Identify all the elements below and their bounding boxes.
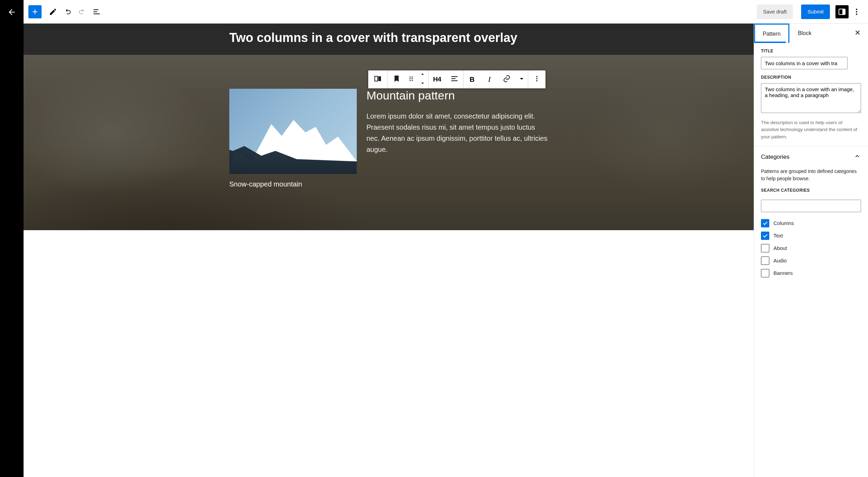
svg-point-3 <box>856 11 857 12</box>
svg-rect-6 <box>378 76 381 81</box>
description-input[interactable] <box>761 83 861 113</box>
close-sidebar-button[interactable] <box>851 27 864 40</box>
bookmark-icon <box>392 75 401 84</box>
tab-block-label: Block <box>798 30 812 36</box>
submit-button[interactable]: Submit <box>801 5 830 19</box>
categories-heading: Categories <box>761 154 789 161</box>
category-label: About <box>773 245 787 251</box>
svg-point-13 <box>536 76 538 77</box>
svg-point-15 <box>536 80 538 81</box>
svg-point-7 <box>409 76 410 77</box>
tab-underline <box>754 42 786 43</box>
more-options-button[interactable] <box>850 5 863 18</box>
heading-level-button[interactable]: H4 <box>428 70 446 88</box>
svg-point-14 <box>536 78 538 79</box>
pattern-image[interactable] <box>229 89 357 174</box>
block-more-button[interactable] <box>528 70 546 88</box>
page-title-block[interactable]: Two columns in a cover with transparent … <box>24 24 754 55</box>
checkbox[interactable] <box>761 257 769 265</box>
more-vertical-icon <box>533 75 541 84</box>
drag-icon <box>407 75 415 84</box>
category-label: Audio <box>773 258 787 263</box>
drag-handle[interactable] <box>405 70 417 88</box>
block-type-button[interactable] <box>368 70 388 88</box>
checkbox[interactable] <box>761 232 769 240</box>
categories-description: Patterns are grouped into defined catego… <box>754 168 868 188</box>
pattern-paragraph[interactable]: Lorem ipsum dolor sit amet, consectetur … <box>366 111 548 155</box>
submit-label: Submit <box>807 9 824 15</box>
chevron-up-icon <box>419 71 426 79</box>
description-label: DESCRIPTION <box>761 75 861 80</box>
svg-point-8 <box>411 76 413 77</box>
settings-panel-toggle[interactable] <box>835 5 849 18</box>
document-outline-button[interactable] <box>90 5 103 18</box>
title-label: TITLE <box>761 49 861 53</box>
link-icon <box>503 75 511 84</box>
categories-list: ColumnsTextAboutAudioBanners <box>754 217 868 286</box>
undo-button[interactable] <box>61 5 74 18</box>
category-item[interactable]: Text <box>761 229 861 242</box>
top-toolbar: Save draft Submit <box>24 0 868 24</box>
tab-pattern[interactable]: Pattern <box>754 24 789 43</box>
tab-pattern-label: Pattern <box>763 31 781 37</box>
sidebar-tabs: Pattern Block <box>754 24 868 43</box>
align-button[interactable] <box>446 70 463 88</box>
italic-button[interactable]: I <box>481 70 498 88</box>
category-item[interactable]: Audio <box>761 254 861 267</box>
save-draft-label: Save draft <box>763 9 787 15</box>
svg-point-9 <box>409 78 410 79</box>
heading-level-label: H4 <box>433 76 441 83</box>
svg-point-10 <box>411 78 413 79</box>
tools-button[interactable] <box>46 5 60 18</box>
category-item[interactable]: Columns <box>761 217 861 229</box>
svg-point-4 <box>856 14 857 15</box>
svg-rect-5 <box>375 76 378 81</box>
category-item[interactable]: Banners <box>761 267 861 279</box>
search-categories-label: SEARCH CATEGORIES <box>754 188 868 196</box>
svg-point-11 <box>409 80 410 81</box>
chevron-up-icon <box>853 153 861 162</box>
link-button[interactable] <box>498 70 515 88</box>
category-label: Banners <box>773 270 793 276</box>
editor-canvas[interactable]: Two columns in a cover with transparent … <box>24 24 754 477</box>
bold-button[interactable]: B <box>463 70 481 88</box>
cover-block[interactable]: H4 B <box>24 55 754 230</box>
wp-back-bar[interactable] <box>0 0 24 477</box>
svg-point-12 <box>411 80 413 81</box>
page-title-text: Two columns in a cover with transparent … <box>222 31 555 45</box>
checkbox[interactable] <box>761 269 769 277</box>
block-toolbar: H4 B <box>368 70 546 89</box>
settings-sidebar: Pattern Block TITLE DESCRIPTION <box>754 24 868 477</box>
save-draft-button[interactable]: Save draft <box>757 5 793 19</box>
categories-accordion-toggle[interactable]: Categories <box>754 146 868 168</box>
category-label: Text <box>773 233 783 238</box>
close-icon <box>854 29 861 38</box>
pattern-heading[interactable]: Mountain pattern <box>366 89 548 102</box>
more-text-options[interactable] <box>515 70 528 88</box>
columns-icon <box>374 75 382 84</box>
search-categories-input[interactable] <box>761 200 861 212</box>
checkbox[interactable] <box>761 219 769 227</box>
checkbox[interactable] <box>761 244 769 252</box>
image-caption[interactable]: Snow-capped mountain <box>229 180 357 188</box>
add-block-button[interactable] <box>28 5 42 18</box>
title-input[interactable] <box>761 57 848 69</box>
redo-button[interactable] <box>76 5 89 18</box>
italic-icon: I <box>488 75 490 84</box>
move-up-button[interactable] <box>417 70 428 79</box>
description-help-text: The description is used to help users of… <box>761 119 861 140</box>
align-left-icon <box>450 75 459 84</box>
svg-point-2 <box>856 9 857 10</box>
back-arrow-icon <box>7 8 16 18</box>
move-down-button[interactable] <box>417 79 428 88</box>
parent-block-button[interactable] <box>388 70 405 88</box>
chevron-down-icon <box>517 75 526 84</box>
category-item[interactable]: About <box>761 242 861 254</box>
tab-block[interactable]: Block <box>789 24 820 43</box>
category-label: Columns <box>773 220 794 226</box>
bold-icon: B <box>470 76 475 84</box>
chevron-down-icon <box>419 80 426 88</box>
svg-rect-1 <box>842 9 845 15</box>
